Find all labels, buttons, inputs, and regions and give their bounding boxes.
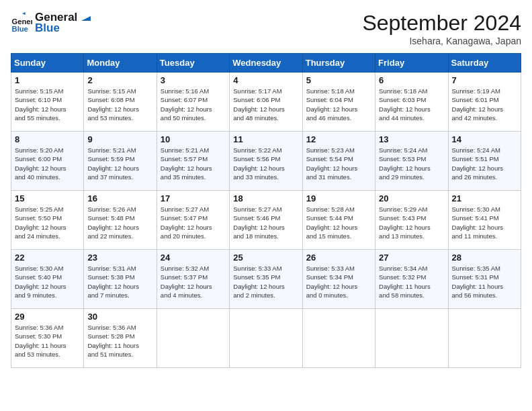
day-info: Sunrise: 5:33 AMSunset: 5:35 PMDaylight:… [233,264,298,300]
day-number: 29 [15,312,80,322]
calendar-cell [375,309,448,368]
day-info: Sunrise: 5:30 AMSunset: 5:40 PMDaylight:… [15,264,80,300]
calendar-cell: 1 Sunrise: 5:15 AMSunset: 6:10 PMDayligh… [11,73,84,132]
calendar-cell: 26 Sunrise: 5:33 AMSunset: 5:34 PMDaylig… [302,250,375,309]
logo-triangle-icon [79,11,91,24]
day-info: Sunrise: 5:24 AMSunset: 5:51 PMDaylight:… [452,146,517,181]
logo-icon: General Blue [11,12,32,34]
calendar-row: 1 Sunrise: 5:15 AMSunset: 6:10 PMDayligh… [11,73,521,132]
day-info: Sunrise: 5:28 AMSunset: 5:44 PMDaylight:… [306,205,371,240]
calendar-cell: 6 Sunrise: 5:18 AMSunset: 6:03 PMDayligh… [375,73,448,132]
day-info: Sunrise: 5:22 AMSunset: 5:56 PMDaylight:… [233,146,298,181]
day-number: 23 [87,253,152,263]
calendar-cell: 17 Sunrise: 5:27 AMSunset: 5:47 PMDaylig… [157,191,229,250]
day-number: 17 [161,193,226,203]
day-number: 30 [87,312,152,322]
day-info: Sunrise: 5:17 AMSunset: 6:06 PMDaylight:… [233,87,298,122]
calendar-table: Sunday Monday Tuesday Wednesday Thursday… [11,53,521,368]
day-number: 11 [233,134,298,144]
day-info: Sunrise: 5:15 AMSunset: 6:08 PMDaylight:… [87,87,152,122]
calendar-cell [448,309,521,368]
calendar-cell [302,309,375,368]
day-info: Sunrise: 5:29 AMSunset: 5:43 PMDaylight:… [379,205,444,240]
days-header-row: Sunday Monday Tuesday Wednesday Thursday… [11,54,521,73]
calendar-cell: 5 Sunrise: 5:18 AMSunset: 6:04 PMDayligh… [302,73,375,132]
day-info: Sunrise: 5:35 AMSunset: 5:31 PMDaylight:… [452,264,517,300]
calendar-cell: 3 Sunrise: 5:16 AMSunset: 6:07 PMDayligh… [157,73,229,132]
day-number: 8 [15,134,80,144]
calendar-cell: 12 Sunrise: 5:23 AMSunset: 5:54 PMDaylig… [302,132,375,191]
day-number: 25 [233,253,298,263]
day-info: Sunrise: 5:23 AMSunset: 5:54 PMDaylight:… [306,146,371,181]
calendar-row: 15 Sunrise: 5:25 AMSunset: 5:50 PMDaylig… [11,191,521,250]
day-number: 27 [379,253,444,263]
calendar-cell: 13 Sunrise: 5:24 AMSunset: 5:53 PMDaylig… [375,132,448,191]
header-tuesday: Tuesday [157,54,229,73]
month-title: September 2024 [362,11,521,36]
calendar-row: 29 Sunrise: 5:36 AMSunset: 5:30 PMDaylig… [11,309,521,368]
day-number: 18 [233,193,298,203]
day-number: 16 [87,193,152,203]
header-wednesday: Wednesday [230,54,302,73]
day-info: Sunrise: 5:31 AMSunset: 5:38 PMDaylight:… [87,264,152,300]
day-info: Sunrise: 5:25 AMSunset: 5:50 PMDaylight:… [15,205,80,240]
calendar-cell: 20 Sunrise: 5:29 AMSunset: 5:43 PMDaylig… [375,191,448,250]
day-number: 19 [306,193,371,203]
day-number: 9 [87,134,152,144]
day-number: 24 [161,253,226,263]
day-number: 1 [15,75,80,85]
calendar-cell: 21 Sunrise: 5:30 AMSunset: 5:41 PMDaylig… [448,191,521,250]
day-number: 22 [15,253,80,263]
calendar-cell: 9 Sunrise: 5:21 AMSunset: 5:59 PMDayligh… [84,132,157,191]
calendar-cell: 28 Sunrise: 5:35 AMSunset: 5:31 PMDaylig… [448,250,521,309]
day-number: 2 [87,75,152,85]
calendar-cell: 2 Sunrise: 5:15 AMSunset: 6:08 PMDayligh… [84,73,157,132]
day-info: Sunrise: 5:15 AMSunset: 6:10 PMDaylight:… [15,87,80,122]
calendar-row: 8 Sunrise: 5:20 AMSunset: 6:00 PMDayligh… [11,132,521,191]
day-info: Sunrise: 5:21 AMSunset: 5:59 PMDaylight:… [87,146,152,181]
header-sunday: Sunday [11,54,84,73]
day-info: Sunrise: 5:30 AMSunset: 5:41 PMDaylight:… [452,205,517,240]
header-saturday: Saturday [448,54,521,73]
day-info: Sunrise: 5:24 AMSunset: 5:53 PMDaylight:… [379,146,444,181]
svg-marker-2 [22,12,25,15]
day-info: Sunrise: 5:21 AMSunset: 5:57 PMDaylight:… [161,146,226,181]
calendar-cell [157,309,229,368]
page-header: General Blue General Blue September 2024… [11,11,521,46]
location-title: Isehara, Kanagawa, Japan [362,36,521,46]
day-info: Sunrise: 5:20 AMSunset: 6:00 PMDaylight:… [15,146,80,181]
calendar-cell: 14 Sunrise: 5:24 AMSunset: 5:51 PMDaylig… [448,132,521,191]
day-info: Sunrise: 5:18 AMSunset: 6:04 PMDaylight:… [306,87,371,122]
calendar-cell [230,309,302,368]
day-info: Sunrise: 5:26 AMSunset: 5:48 PMDaylight:… [87,205,152,240]
calendar-cell: 7 Sunrise: 5:19 AMSunset: 6:01 PMDayligh… [448,73,521,132]
day-number: 12 [306,134,371,144]
title-area: September 2024 Isehara, Kanagawa, Japan [362,11,521,46]
calendar-cell: 29 Sunrise: 5:36 AMSunset: 5:30 PMDaylig… [11,309,84,368]
svg-text:Blue: Blue [12,25,28,33]
calendar-cell: 25 Sunrise: 5:33 AMSunset: 5:35 PMDaylig… [230,250,302,309]
calendar-cell: 18 Sunrise: 5:27 AMSunset: 5:46 PMDaylig… [230,191,302,250]
day-info: Sunrise: 5:34 AMSunset: 5:32 PMDaylight:… [379,264,444,300]
day-info: Sunrise: 5:33 AMSunset: 5:34 PMDaylight:… [306,264,371,300]
calendar-cell: 11 Sunrise: 5:22 AMSunset: 5:56 PMDaylig… [230,132,302,191]
calendar-cell: 24 Sunrise: 5:32 AMSunset: 5:37 PMDaylig… [157,250,229,309]
day-number: 26 [306,253,371,263]
day-info: Sunrise: 5:27 AMSunset: 5:46 PMDaylight:… [233,205,298,240]
day-number: 3 [161,75,226,85]
calendar-cell: 4 Sunrise: 5:17 AMSunset: 6:06 PMDayligh… [230,73,302,132]
day-info: Sunrise: 5:32 AMSunset: 5:37 PMDaylight:… [161,264,226,300]
calendar-cell: 19 Sunrise: 5:28 AMSunset: 5:44 PMDaylig… [302,191,375,250]
calendar-cell: 22 Sunrise: 5:30 AMSunset: 5:40 PMDaylig… [11,250,84,309]
day-number: 28 [452,253,517,263]
logo: General Blue General Blue [11,11,91,35]
day-info: Sunrise: 5:27 AMSunset: 5:47 PMDaylight:… [161,205,226,240]
calendar-cell: 15 Sunrise: 5:25 AMSunset: 5:50 PMDaylig… [11,191,84,250]
day-number: 13 [379,134,444,144]
day-number: 10 [161,134,226,144]
day-info: Sunrise: 5:36 AMSunset: 5:30 PMDaylight:… [15,323,80,359]
day-number: 21 [452,193,517,203]
calendar-cell: 8 Sunrise: 5:20 AMSunset: 6:00 PMDayligh… [11,132,84,191]
calendar-cell: 16 Sunrise: 5:26 AMSunset: 5:48 PMDaylig… [84,191,157,250]
calendar-cell: 30 Sunrise: 5:36 AMSunset: 5:28 PMDaylig… [84,309,157,368]
